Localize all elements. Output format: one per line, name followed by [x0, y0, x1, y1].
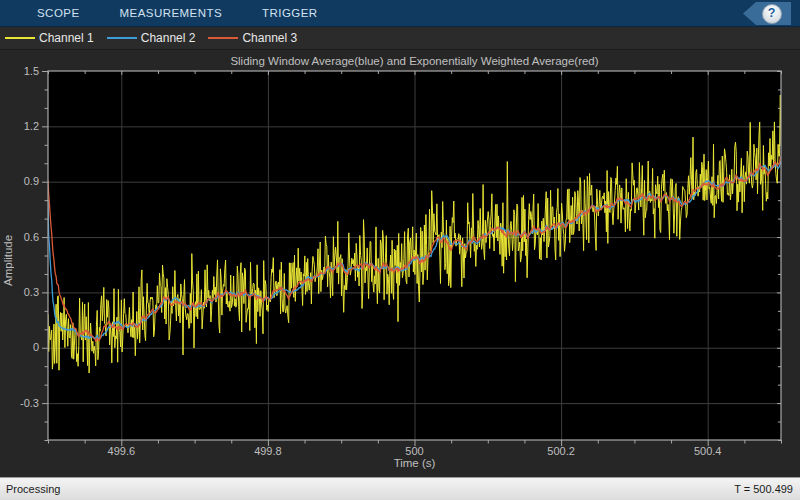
tab-scope[interactable]: SCOPE [17, 0, 100, 27]
chart-title: Sliding Window Average(blue) and Exponen… [48, 55, 781, 67]
y-tick-label: 0.9 [24, 175, 39, 187]
toolbar: SCOPE MEASUREMENTS TRIGGER ? [0, 0, 800, 27]
status-message: Processing [6, 483, 60, 495]
x-tick-label: 499.6 [108, 445, 136, 457]
legend-item-channel-1[interactable]: Channel 1 [5, 31, 94, 45]
y-tick-label: -0.3 [20, 397, 39, 409]
x-tick-label: 499.8 [254, 445, 282, 457]
help-button[interactable]: ? [743, 2, 791, 25]
y-axis-label: Amplitude [1, 160, 15, 360]
channel-3-line-swatch [208, 37, 238, 39]
x-axis-label: Time (s) [48, 457, 781, 469]
channel-2-line-swatch [107, 37, 137, 39]
y-tick-label: 0.3 [24, 286, 39, 298]
simulation-time: T = 500.499 [734, 483, 793, 495]
y-tick-label: 1.2 [24, 120, 39, 132]
question-mark-icon: ? [762, 4, 782, 24]
legend-bar: Channel 1 Channel 2 Channel 3 [0, 27, 800, 50]
tab-measurements[interactable]: MEASUREMENTS [100, 0, 243, 27]
x-tick-label: 500.4 [694, 445, 722, 457]
y-tick-label: 0.6 [24, 231, 39, 243]
tab-trigger[interactable]: TRIGGER [242, 0, 338, 27]
legend-item-channel-2[interactable]: Channel 2 [107, 31, 196, 45]
y-tick-label: 1.5 [24, 65, 39, 77]
legend-label: Channel 3 [242, 31, 297, 45]
channel-1-line-swatch [5, 37, 35, 39]
x-tick-label: 500.2 [547, 445, 575, 457]
plot-canvas[interactable]: 499.6499.8500500.2500.4-0.300.30.60.91.2… [0, 50, 800, 477]
x-tick-label: 500 [405, 445, 423, 457]
plot-region: 499.6499.8500500.2500.4-0.300.30.60.91.2… [0, 50, 800, 477]
legend-item-channel-3[interactable]: Channel 3 [208, 31, 297, 45]
status-bar: Processing T = 500.499 [0, 477, 800, 500]
legend-label: Channel 2 [141, 31, 196, 45]
y-tick-label: 0 [33, 341, 39, 353]
legend-label: Channel 1 [39, 31, 94, 45]
